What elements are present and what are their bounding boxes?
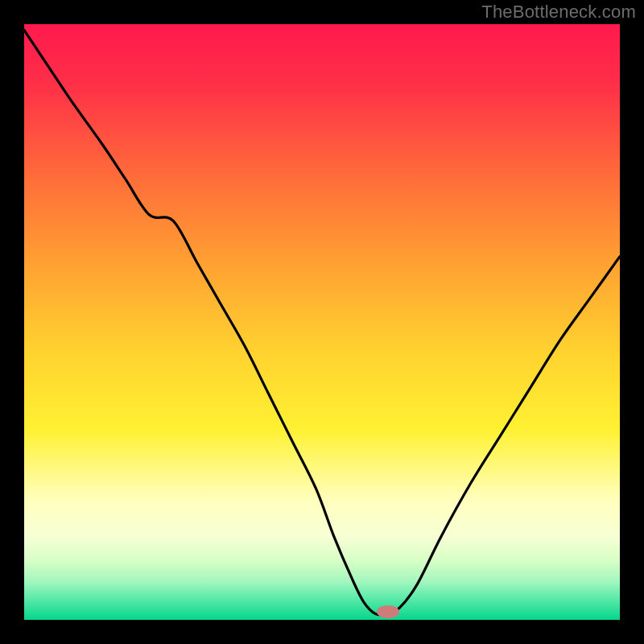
bottleneck-chart bbox=[24, 24, 620, 620]
watermark-label: TheBottleneck.com bbox=[481, 2, 636, 23]
gradient-background bbox=[24, 24, 620, 620]
plot-area bbox=[24, 24, 620, 620]
highlight-marker bbox=[377, 605, 399, 618]
chart-frame: TheBottleneck.com bbox=[0, 0, 644, 644]
